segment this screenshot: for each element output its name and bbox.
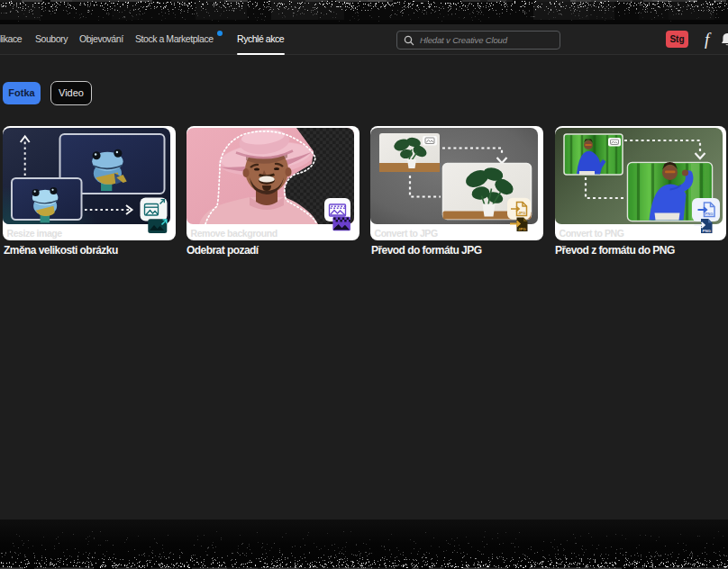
svg-text:JPG: JPG (518, 211, 525, 215)
svg-text:PNG: PNG (703, 229, 712, 233)
svg-text:PNG: PNG (705, 212, 714, 216)
svg-text:JPG: JPG (518, 227, 526, 231)
